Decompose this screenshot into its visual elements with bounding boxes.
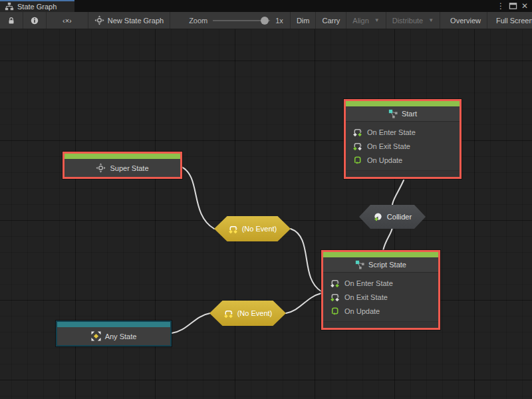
node-script-state-accent-bar	[323, 252, 438, 257]
event-row[interactable]: On Update	[346, 153, 460, 167]
code-icon: ‹×›	[63, 17, 72, 25]
code-toggle-button[interactable]: ‹×›	[47, 12, 88, 29]
event-label: On Exit State	[367, 142, 410, 150]
on-exit-state-icon	[330, 292, 340, 302]
state-machine-icon	[94, 15, 104, 25]
align-button[interactable]: Align ▼	[346, 12, 386, 29]
zoom-value: 1x	[275, 17, 283, 25]
node-super-state[interactable]: Super State	[63, 152, 182, 179]
distribute-button[interactable]: Distribute ▼	[386, 12, 440, 29]
any-state-icon	[91, 331, 101, 341]
tabbar-spacer	[74, 0, 497, 12]
on-update-icon	[352, 155, 362, 165]
align-caret-icon: ▼	[374, 17, 380, 23]
flow-graph-icon	[355, 260, 364, 269]
transition-label: (No Event)	[242, 225, 277, 233]
tab-state-graph[interactable]: State Graph	[0, 0, 74, 12]
collider-icon	[373, 212, 383, 222]
close-icon[interactable]: ✕	[521, 2, 528, 10]
distribute-caret-icon: ▼	[428, 17, 434, 23]
maximize-icon[interactable]	[509, 2, 517, 10]
zoom-label: Zoom	[189, 17, 207, 25]
on-enter-state-icon	[330, 278, 340, 288]
event-row[interactable]: On Enter State	[346, 125, 460, 139]
node-script-state[interactable]: Script State On Enter State O	[321, 250, 440, 330]
graph-canvas[interactable]: Start On Enter State On Exit	[0, 29, 532, 399]
event-row[interactable]: On Enter State	[323, 276, 438, 290]
node-any-state-accent-bar	[57, 322, 170, 327]
event-label: On Enter State	[344, 279, 393, 287]
transition-collider[interactable]: Collider	[359, 205, 426, 229]
transition-label: (No Event)	[237, 309, 273, 317]
dim-button[interactable]: Dim	[290, 12, 317, 29]
dim-label: Dim	[297, 17, 310, 25]
no-event-icon	[223, 309, 233, 319]
state-machine-icon	[96, 163, 106, 173]
on-update-icon	[330, 306, 340, 316]
event-label: On Exit State	[344, 293, 388, 301]
distribute-label: Distribute	[392, 17, 423, 25]
carry-button[interactable]: Carry	[316, 12, 346, 29]
wire-anystate-to-noevent2[interactable]	[172, 313, 210, 333]
node-super-state-title: Super State	[110, 164, 148, 172]
info-button[interactable]	[23, 12, 47, 29]
event-row[interactable]: On Exit State	[323, 290, 438, 304]
node-any-state-header[interactable]: Any State	[57, 327, 170, 345]
tab-label: State Graph	[17, 3, 57, 11]
zoom-slider[interactable]	[213, 16, 270, 25]
wire-noevent1-to-scriptstate[interactable]	[291, 229, 321, 291]
overview-label: Overview	[450, 17, 481, 25]
node-script-state-footer	[323, 321, 438, 328]
node-script-state-title: Script State	[368, 261, 406, 269]
node-super-state-header[interactable]: Super State	[65, 159, 180, 177]
zoom-slider-knob[interactable]	[261, 17, 269, 25]
lock-icon	[7, 16, 16, 25]
toolbar: ‹×› New State Graph Zoom 1x Dim Carry Al…	[0, 12, 532, 29]
align-label: Align	[352, 17, 368, 25]
transition-no-event-1[interactable]: (No Event)	[214, 216, 291, 241]
node-start-header[interactable]: Start	[346, 106, 460, 122]
tab-bar: State Graph ⋮ ✕	[0, 0, 532, 12]
zoom-control: Zoom 1x	[182, 12, 290, 29]
event-row[interactable]: On Update	[323, 304, 438, 318]
event-label: On Update	[344, 307, 380, 315]
full-screen-button[interactable]: Full Screen	[490, 12, 532, 29]
node-any-state-title: Any State	[105, 332, 137, 340]
event-label: On Enter State	[367, 128, 416, 136]
event-row[interactable]: On Exit State	[346, 139, 460, 153]
overview-button[interactable]: Overview	[444, 12, 487, 29]
event-label: On Update	[367, 156, 402, 164]
info-icon	[30, 16, 39, 25]
new-state-graph-label: New State Graph	[108, 17, 164, 25]
node-script-state-header[interactable]: Script State	[323, 257, 438, 273]
flow-graph-icon	[388, 109, 398, 118]
graph-hierarchy-icon	[5, 2, 14, 11]
node-start[interactable]: Start On Enter State On Exit	[344, 99, 462, 179]
full-screen-label: Full Screen	[496, 17, 532, 25]
node-super-state-accent-bar	[65, 154, 180, 159]
carry-label: Carry	[322, 17, 340, 25]
transition-no-event-2[interactable]: (No Event)	[209, 301, 286, 326]
wire-superstate-to-noevent1[interactable]	[182, 167, 214, 229]
node-start-title: Start	[402, 110, 417, 118]
on-enter-state-icon	[352, 127, 362, 137]
node-start-accent-bar	[346, 101, 460, 106]
kebab-menu-icon[interactable]: ⋮	[497, 2, 505, 10]
node-start-footer	[346, 170, 460, 177]
new-state-graph-button[interactable]: New State Graph	[88, 12, 170, 29]
wire-noevent2-to-scriptstate[interactable]	[286, 293, 321, 313]
transition-label: Collider	[387, 213, 412, 221]
lock-button[interactable]	[0, 12, 23, 29]
on-exit-state-icon	[352, 141, 362, 151]
node-any-state[interactable]: Any State	[56, 321, 172, 346]
no-event-icon	[228, 224, 238, 234]
